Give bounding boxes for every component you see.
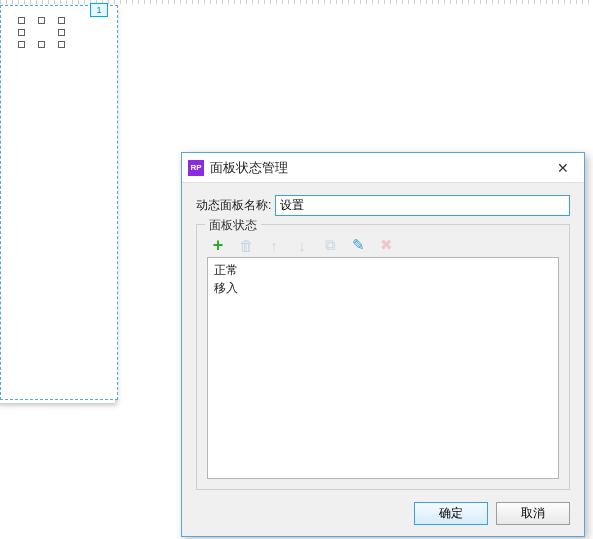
selection-handles — [18, 17, 66, 47]
handle-se[interactable] — [58, 41, 65, 48]
handle-n[interactable] — [38, 17, 45, 24]
edit-state-icon[interactable]: ✎ — [349, 236, 367, 254]
list-item[interactable]: 移入 — [214, 279, 552, 297]
cancel-button[interactable]: 取消 — [496, 502, 570, 525]
dialog-body: 动态面板名称: 面板状态 + 🗑 ↑ ↓ ⧉ ✎ ✖ 正常移入 — [182, 183, 584, 498]
handle-center-icon — [36, 27, 47, 38]
list-item[interactable]: 正常 — [214, 261, 552, 279]
handle-sw[interactable] — [18, 41, 25, 48]
handle-w[interactable] — [18, 29, 25, 36]
dialog-titlebar[interactable]: RP 面板状态管理 ✕ — [182, 153, 584, 183]
states-list[interactable]: 正常移入 — [207, 257, 559, 479]
move-down-icon: ↓ — [293, 236, 311, 254]
dialog-title: 面板状态管理 — [210, 159, 548, 177]
handle-s[interactable] — [38, 41, 45, 48]
add-state-icon[interactable]: + — [209, 236, 227, 254]
ruler-top — [0, 0, 593, 4]
name-label: 动态面板名称: — [196, 197, 271, 214]
move-up-icon: ↑ — [265, 236, 283, 254]
dialog-buttons: 确定 取消 — [182, 498, 584, 536]
handle-ne[interactable] — [58, 17, 65, 24]
panel-tab-handle[interactable]: 1 — [90, 3, 108, 17]
selection-outline — [0, 5, 118, 400]
delete-state-icon: 🗑 — [237, 236, 255, 254]
close-icon[interactable]: ✕ — [548, 156, 578, 180]
handle-nw[interactable] — [18, 17, 25, 24]
states-fieldset: 面板状态 + 🗑 ↑ ↓ ⧉ ✎ ✖ 正常移入 — [196, 224, 570, 490]
name-row: 动态面板名称: — [196, 195, 570, 216]
panel-state-dialog: RP 面板状态管理 ✕ 动态面板名称: 面板状态 + 🗑 ↑ ↓ ⧉ ✎ ✖ 正… — [181, 152, 585, 537]
app-icon: RP — [188, 160, 204, 176]
remove-state-icon: ✖ — [377, 236, 395, 254]
copy-state-icon: ⧉ — [321, 236, 339, 254]
states-toolbar: + 🗑 ↑ ↓ ⧉ ✎ ✖ — [207, 233, 559, 257]
handle-e[interactable] — [58, 29, 65, 36]
fieldset-title: 面板状态 — [205, 217, 261, 234]
ok-button[interactable]: 确定 — [414, 502, 488, 525]
panel-name-input[interactable] — [275, 195, 570, 216]
